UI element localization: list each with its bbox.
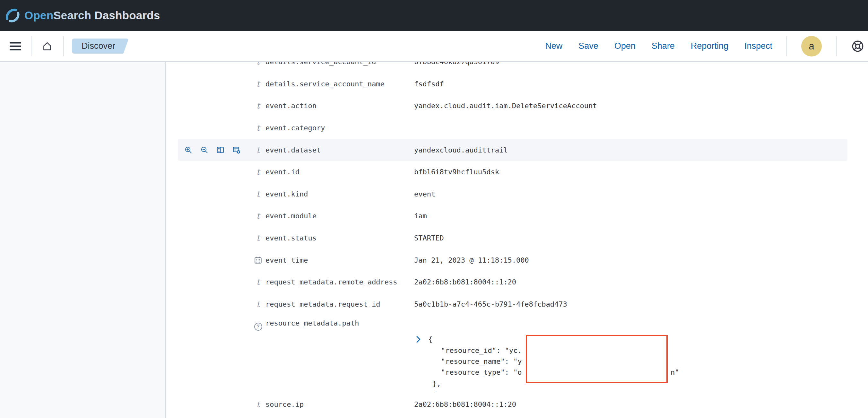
field-value: 2a02:6b8:b081:8004::1:20 bbox=[414, 400, 516, 408]
field-name: request_metadata.remote_address bbox=[266, 278, 397, 286]
annotation-box bbox=[526, 335, 668, 383]
doc-field-row[interactable]: t event.action yandex.cloud.audit.iam.De… bbox=[166, 95, 868, 117]
nav-link-reporting[interactable]: Reporting bbox=[691, 41, 728, 51]
field-value: { "resource_id": "yc. "resource_name": "… bbox=[414, 318, 679, 392]
breadcrumb-discover[interactable]: Discover bbox=[72, 38, 129, 54]
field-type-icon: ? bbox=[252, 323, 264, 331]
field-type-icon: t bbox=[252, 168, 264, 176]
doc-detail-panel: t details.service_account_id bfbbdc40k02… bbox=[166, 62, 868, 418]
field-value: 5a0c1b1b-a7c4-465c-b791-4fe8fcbad473 bbox=[414, 300, 567, 308]
navbar-divider bbox=[836, 36, 837, 56]
home-icon bbox=[41, 40, 53, 52]
brand-search: Search bbox=[53, 9, 91, 22]
date-field-icon bbox=[254, 256, 262, 264]
app-header: OpenSearchDashboards bbox=[0, 0, 868, 31]
doc-field-row[interactable]: t event.dataset yandexcloud.audittrail bbox=[166, 139, 868, 161]
field-name: resource_metadata.path bbox=[266, 319, 359, 327]
field-type-icon: t bbox=[252, 234, 264, 242]
doc-field-table: t details.service_account_id bfbbdc40k02… bbox=[166, 62, 868, 415]
doc-field-row[interactable]: t event.status STARTED bbox=[166, 227, 868, 249]
field-name: event.module bbox=[266, 212, 316, 220]
help-button[interactable] bbox=[851, 39, 865, 53]
opensearch-logo-icon bbox=[5, 8, 20, 23]
field-name: event.kind bbox=[266, 190, 308, 198]
field-value: bfbl6i8tv9hcfluu5dsk bbox=[414, 168, 499, 176]
text-field-icon: t bbox=[256, 80, 260, 88]
table-add-column-icon[interactable] bbox=[232, 146, 241, 154]
doc-field-row[interactable]: t request_metadata.request_id 5a0c1b1b-a… bbox=[166, 293, 868, 315]
field-type-icon: t bbox=[252, 146, 264, 154]
text-field-icon: t bbox=[256, 300, 260, 308]
chevron-right-icon[interactable] bbox=[414, 335, 423, 344]
nav-link-open[interactable]: Open bbox=[614, 41, 636, 51]
doc-field-row[interactable]: event_time Jan 21, 2023 @ 11:18:15.000 bbox=[166, 249, 868, 271]
nav-links: NewSaveOpenShareReportingInspect bbox=[545, 41, 772, 51]
toggle-column-icon[interactable] bbox=[216, 146, 224, 154]
field-type-icon: t bbox=[252, 62, 264, 66]
field-type-icon: t bbox=[252, 400, 264, 408]
field-name: request_metadata.request_id bbox=[266, 300, 380, 308]
field-value: fsdfsdf bbox=[414, 80, 444, 88]
text-field-icon: t bbox=[256, 190, 260, 198]
doc-field-row[interactable]: ? resource_metadata.path { "resource_id"… bbox=[166, 315, 868, 392]
hamburger-icon bbox=[9, 41, 22, 51]
json-value: { "resource_id": "yc. "resource_name": "… bbox=[414, 334, 679, 392]
text-field-icon: t bbox=[256, 102, 260, 110]
field-name: event.action bbox=[266, 102, 316, 110]
brand-open: Open bbox=[24, 9, 53, 22]
field-type-icon: t bbox=[252, 102, 264, 110]
app-title: OpenSearchDashboards bbox=[24, 9, 160, 22]
navbar-divider bbox=[63, 36, 64, 56]
doc-field-row[interactable]: t request_metadata.remote_address 2a02:6… bbox=[166, 271, 868, 293]
field-name: event.dataset bbox=[266, 146, 321, 154]
field-name: source.ip bbox=[266, 400, 304, 408]
help-ring-icon bbox=[851, 39, 865, 53]
nav-link-share[interactable]: Share bbox=[652, 41, 675, 51]
home-button[interactable] bbox=[31, 40, 63, 52]
doc-field-row[interactable]: t event.kind event bbox=[166, 183, 868, 205]
field-type-icon: t bbox=[252, 278, 264, 286]
magnify-plus-icon[interactable] bbox=[184, 146, 192, 154]
page-content: t details.service_account_id bfbbdc40k02… bbox=[0, 62, 868, 418]
field-name: details.service_account_id bbox=[266, 62, 376, 66]
row-actions bbox=[184, 146, 241, 154]
nav-link-new[interactable]: New bbox=[545, 41, 562, 51]
text-field-icon: t bbox=[256, 62, 260, 66]
user-avatar[interactable]: a bbox=[801, 36, 822, 57]
brand-product: Dashboards bbox=[94, 9, 160, 22]
navbar-actions: NewSaveOpenShareReportingInspect a bbox=[545, 36, 868, 57]
field-value: STARTED bbox=[414, 234, 444, 242]
field-type-icon: t bbox=[252, 300, 264, 308]
doc-field-row[interactable]: t event.id bfbl6i8tv9hcfluu5dsk bbox=[166, 161, 868, 183]
text-field-icon: t bbox=[256, 400, 260, 408]
text-field-icon: t bbox=[256, 168, 260, 176]
menu-toggle-button[interactable] bbox=[0, 41, 31, 51]
field-name: event.id bbox=[266, 168, 300, 176]
unknown-field-icon: ? bbox=[254, 323, 262, 331]
field-value: bfbbdc40k027qd3017d9 bbox=[414, 62, 499, 66]
field-name: event.status bbox=[266, 234, 316, 242]
doc-field-row[interactable]: t event.module iam bbox=[166, 205, 868, 227]
nav-link-save[interactable]: Save bbox=[579, 41, 598, 51]
field-value: iam bbox=[414, 212, 427, 220]
text-field-icon: t bbox=[256, 234, 260, 242]
doc-field-row[interactable]: t details.service_account_name fsdfsdf bbox=[166, 73, 868, 95]
field-value: yandex.cloud.audit.iam.DeleteServiceAcco… bbox=[414, 102, 597, 110]
text-field-icon: t bbox=[256, 146, 260, 154]
doc-field-row[interactable]: t source.ip 2a02:6b8:b081:8004::1:20 bbox=[166, 393, 868, 415]
text-field-icon: t bbox=[256, 278, 260, 286]
field-name: event_time bbox=[266, 256, 308, 264]
field-type-icon: t bbox=[252, 80, 264, 88]
top-navbar: Discover NewSaveOpenShareReportingInspec… bbox=[0, 31, 868, 62]
field-name: details.service_account_name bbox=[266, 80, 384, 88]
field-value: event bbox=[414, 190, 435, 198]
text-field-icon: t bbox=[256, 124, 260, 132]
text-field-icon: t bbox=[256, 212, 260, 220]
field-type-icon: t bbox=[252, 212, 264, 220]
doc-field-row[interactable]: t event.category bbox=[166, 117, 868, 139]
magnify-minus-icon[interactable] bbox=[200, 146, 208, 154]
field-type-icon: t bbox=[252, 190, 264, 198]
doc-field-row[interactable]: t details.service_account_id bfbbdc40k02… bbox=[166, 62, 868, 73]
field-type-icon: t bbox=[252, 124, 264, 132]
nav-link-inspect[interactable]: Inspect bbox=[744, 41, 772, 51]
